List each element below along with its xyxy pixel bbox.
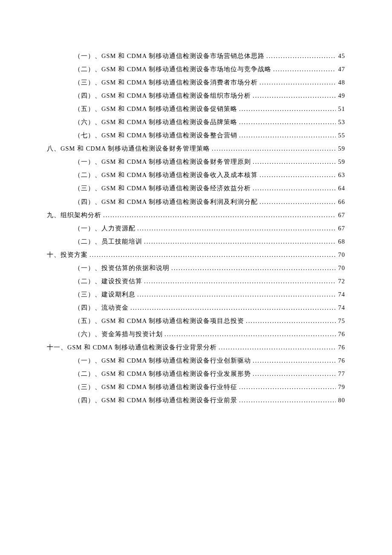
toc-page-number: 70 (336, 262, 345, 274)
toc-leader-dots (258, 77, 336, 89)
toc-label: （一）、GSM 和 CDMA 制移动通信检测设备财务管理原则 (74, 156, 251, 168)
toc-label: （一）、GSM 和 CDMA 制移动通信检测设备行业创新驱动 (74, 355, 251, 367)
toc-entry: （一）、GSM 和 CDMA 制移动通信检测设备行业创新驱动76 (47, 355, 345, 367)
toc-page-number: 76 (336, 328, 345, 340)
toc-label: （三）、GSM 和 CDMA 制移动通信检测设备消费者市场分析 (74, 77, 258, 89)
toc-leader-dots (258, 169, 336, 181)
toc-leader-dots (237, 116, 336, 128)
toc-entry: （六）、GSM 和 CDMA 制移动通信检测设备品牌策略53 (47, 116, 345, 128)
toc-page-number: 79 (336, 381, 345, 393)
toc-page-number: 64 (336, 183, 345, 195)
toc-leader-dots (244, 315, 336, 327)
toc-entry: （一）、GSM 和 CDMA 制移动通信检测设备市场营销总体思路45 (47, 50, 345, 62)
toc-page-number: 68 (336, 236, 345, 248)
toc-leader-dots (135, 223, 336, 235)
toc-leader-dots (251, 156, 336, 168)
toc-entry: 八、GSM 和 CDMA 制移动通信检测设备财务管理策略 59 (47, 143, 345, 155)
toc-entry: （四）、GSM 和 CDMA 制移动通信检测设备组织市场分析49 (47, 90, 345, 102)
toc-leader-dots (271, 64, 336, 76)
toc-label: 十、投资方案 (47, 249, 88, 261)
toc-entry: （四）、GSM 和 CDMA 制移动通信检测设备行业前景80 (47, 395, 345, 407)
toc-leader-dots (88, 249, 336, 261)
toc-entry: （四）、GSM 和 CDMA 制移动通信检测设备利润及利润分配66 (47, 196, 345, 208)
toc-label: 十一、GSM 和 CDMA 制移动通信检测设备行业背景分析 (47, 342, 217, 354)
toc-page-number: 53 (336, 116, 345, 128)
toc-page-number: 51 (336, 103, 345, 115)
toc-leader-dots (142, 276, 336, 288)
toc-entry: （三）、GSM 和 CDMA 制移动通信检测设备行业特征79 (47, 381, 345, 393)
toc-label: （七）、GSM 和 CDMA 制移动通信检测设备整合营销 (74, 130, 237, 142)
toc-page-number: 72 (336, 276, 345, 288)
toc-label: （二）、GSM 和 CDMA 制移动通信检测设备行业发展形势 (74, 368, 251, 380)
toc-entry: （二）、GSM 和 CDMA 制移动通信检测设备行业发展形势77 (47, 368, 345, 380)
toc-label: （六）、GSM 和 CDMA 制移动通信检测设备品牌策略 (74, 116, 237, 128)
toc-label: （二）、GSM 和 CDMA 制移动通信检测设备市场地位与竞争战略 (74, 64, 271, 76)
toc-label: （四）、GSM 和 CDMA 制移动通信检测设备行业前景 (74, 395, 237, 407)
toc-page-number: 67 (336, 209, 345, 221)
toc-page-number: 77 (336, 368, 345, 380)
toc-leader-dots (251, 368, 336, 380)
toc-page-number: 47 (336, 64, 345, 76)
toc-leader-dots (251, 355, 336, 367)
toc-entry: 十一、GSM 和 CDMA 制移动通信检测设备行业背景分析 76 (47, 342, 345, 354)
toc-label: （六）、资金筹措与投资计划 (74, 328, 163, 340)
toc-leader-dots (135, 289, 336, 301)
toc-page-number: 45 (336, 50, 345, 62)
toc-label: （四）、GSM 和 CDMA 制移动通信检测设备利润及利润分配 (74, 196, 258, 208)
toc-label: （二）、GSM 和 CDMA 制移动通信检测设备收入及成本核算 (74, 169, 258, 181)
toc-label: 八、GSM 和 CDMA 制移动通信检测设备财务管理策略 (47, 143, 210, 155)
toc-page-number: 63 (336, 169, 345, 181)
toc-leader-dots (129, 302, 336, 314)
toc-leader-dots (101, 209, 336, 221)
toc-label: （三）、GSM 和 CDMA 制移动通信检测设备经济效益分析 (74, 183, 251, 195)
toc-label: （四）、流动资金 (74, 302, 129, 314)
toc-label: （一）、人力资源配 (74, 223, 135, 235)
toc-page-number: 74 (336, 289, 345, 301)
toc-entry: （二）、GSM 和 CDMA 制移动通信检测设备收入及成本核算63 (47, 169, 345, 181)
toc-leader-dots (170, 262, 336, 274)
toc-page-number: 75 (336, 315, 345, 327)
toc-leader-dots (251, 183, 336, 195)
toc-entry: （二）、GSM 和 CDMA 制移动通信检测设备市场地位与竞争战略 47 (47, 64, 345, 76)
toc-label: （三）、建设期利息 (74, 289, 135, 301)
toc-label: （一）、GSM 和 CDMA 制移动通信检测设备市场营销总体思路 (74, 50, 265, 62)
toc-entry: （四）、流动资金74 (47, 302, 345, 314)
toc-entry: （三）、建设期利息74 (47, 289, 345, 301)
toc-leader-dots (258, 196, 336, 208)
toc-page-number: 70 (336, 249, 345, 261)
toc-label: （四）、GSM 和 CDMA 制移动通信检测设备组织市场分析 (74, 90, 251, 102)
toc-entry: （五）、GSM 和 CDMA 制移动通信检测设备项目总投资 75 (47, 315, 345, 327)
toc-entry: （一）、GSM 和 CDMA 制移动通信检测设备财务管理原则59 (47, 156, 345, 168)
toc-entry: （一）、人力资源配67 (47, 223, 345, 235)
toc-entry: （七）、GSM 和 CDMA 制移动通信检测设备整合营销55 (47, 130, 345, 142)
toc-label: （三）、GSM 和 CDMA 制移动通信检测设备行业特征 (74, 381, 237, 393)
toc-entry: 九、组织架构分析 67 (47, 209, 345, 221)
toc-page-number: 48 (336, 77, 345, 89)
toc-leader-dots (237, 130, 336, 142)
toc-label: 九、组织架构分析 (47, 209, 101, 221)
toc-entry: （三）、GSM 和 CDMA 制移动通信检测设备经济效益分析64 (47, 183, 345, 195)
toc-leader-dots (265, 50, 336, 62)
toc-leader-dots (237, 103, 336, 115)
toc-entry: （五）、GSM 和 CDMA 制移动通信检测设备促销策略51 (47, 103, 345, 115)
toc-entry: 十、投资方案 70 (47, 249, 345, 261)
toc-entry: （二）、员工技能培训68 (47, 236, 345, 248)
toc-page-number: 74 (336, 302, 345, 314)
toc-leader-dots (251, 90, 336, 102)
toc-entry: （一）、投资估算的依据和说明70 (47, 262, 345, 274)
toc-leader-dots (237, 381, 336, 393)
toc-page-number: 76 (336, 355, 345, 367)
toc-entry: （三）、GSM 和 CDMA 制移动通信检测设备消费者市场分析48 (47, 77, 345, 89)
toc-page-number: 66 (336, 196, 345, 208)
toc-page-number: 80 (336, 395, 345, 407)
toc-page-number: 49 (336, 90, 345, 102)
toc-page-number: 67 (336, 223, 345, 235)
toc-page-number: 59 (336, 143, 345, 155)
toc-leader-dots (210, 143, 336, 155)
table-of-contents: （一）、GSM 和 CDMA 制移动通信检测设备市场营销总体思路45（二）、GS… (47, 50, 345, 407)
toc-leader-dots (163, 328, 336, 340)
toc-entry: （六）、资金筹措与投资计划76 (47, 328, 345, 340)
toc-label: （五）、GSM 和 CDMA 制移动通信检测设备项目总投资 (74, 315, 244, 327)
toc-leader-dots (217, 342, 336, 354)
toc-label: （一）、投资估算的依据和说明 (74, 262, 170, 274)
